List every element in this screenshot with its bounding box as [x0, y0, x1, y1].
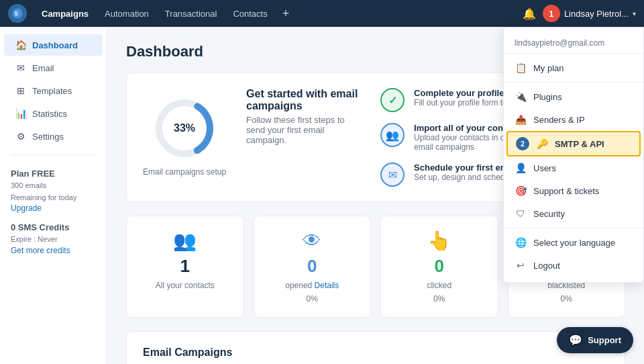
logo[interactable]: S [8, 4, 27, 23]
stat-clicked: 👆 0 clicked 0% [380, 216, 498, 318]
support-tickets-icon: 🎯 [515, 185, 527, 196]
clicked-detail: 0% [433, 294, 445, 304]
upgrade-link[interactable]: Upgrade [11, 203, 42, 213]
get-started-title: Get started with email campaigns [246, 88, 360, 112]
blacklisted-detail: 0% [561, 294, 572, 304]
email-campaigns-title: Email Campaigns [143, 347, 608, 359]
smtp-icon: 🔑 [536, 138, 548, 149]
senders-icon: 📤 [515, 114, 527, 125]
dropdown-security[interactable]: 🛡 Security [504, 202, 643, 225]
dashboard-icon: 🏠 [15, 40, 27, 50]
nav-add[interactable]: + [277, 7, 295, 21]
sidebar-divider [11, 154, 96, 155]
security-icon: 🛡 [515, 208, 527, 219]
donut-caption: Email campaigns setup [143, 167, 226, 177]
contacts-label: All your contacts [156, 281, 215, 290]
step-3-icon-wrap: ✉ [380, 163, 405, 187]
dropdown-divider-1 [504, 53, 643, 54]
nav-campaigns[interactable]: Campaigns [35, 6, 95, 21]
plan-remaining: Remaining for today [11, 192, 96, 204]
plan-icon: 📋 [515, 62, 527, 73]
get-more-credits-link[interactable]: Get more credits [11, 246, 70, 255]
plugins-icon: 🔌 [515, 91, 527, 102]
sms-section: 0 SMS Credits Expire : Never Get more cr… [11, 222, 96, 255]
sms-expire: Expire : Never [11, 234, 96, 246]
email-icon: ✉ [15, 62, 27, 73]
step-3-email-icon: ✉ [388, 169, 397, 181]
nav-links: Campaigns Automation Transactional Conta… [35, 6, 523, 21]
sidebar-item-dashboard[interactable]: 🏠 Dashboard [4, 34, 103, 56]
stat-contacts: 👥 1 All your contacts [126, 216, 244, 318]
support-button[interactable]: 💬 Support [557, 327, 633, 353]
dropdown-senders-ip[interactable]: 📤 Senders & IP [504, 108, 643, 131]
dropdown-plugins[interactable]: 🔌 Plugins [504, 85, 643, 108]
nav-contacts[interactable]: Contacts [226, 6, 274, 21]
badge-2: 2 [516, 137, 529, 150]
top-navigation: S Campaigns Automation Transactional Con… [0, 0, 644, 27]
sidebar-item-templates[interactable]: ⊞ Templates [4, 80, 103, 101]
clicked-value: 0 [435, 256, 444, 277]
dropdown-logout[interactable]: ↩ Logout [504, 254, 643, 277]
statistics-icon: 📊 [15, 108, 27, 119]
contacts-value: 1 [180, 256, 190, 277]
opened-value: 0 [307, 256, 317, 277]
opened-detail: 0% [307, 294, 318, 304]
opened-stat-icon: 👁 [303, 230, 321, 252]
step-2-icon-wrap: 👥 [380, 123, 405, 147]
avatar: 1 [543, 5, 560, 22]
dropdown-email: lindsaypietro@gmail.com [504, 33, 643, 50]
step-1-check-icon: ✓ [388, 94, 397, 107]
sidebar-item-email[interactable]: ✉ Email [4, 57, 103, 79]
get-started-subtitle: Follow these first steps to send your fi… [246, 115, 360, 145]
sidebar-plan: Plan FREE 300 emails Remaining for today… [0, 162, 107, 262]
sidebar-item-dashboard-label: Dashboard [32, 40, 78, 50]
sidebar-item-statistics-label: Statistics [32, 109, 67, 119]
logout-icon: ↩ [515, 260, 527, 271]
dropdown-divider-3 [504, 228, 643, 228]
dropdown-support-tickets[interactable]: 🎯 Support & tickets [504, 179, 643, 202]
language-icon: 🌐 [515, 237, 527, 248]
bell-icon[interactable]: 🔔 [523, 7, 536, 20]
clicked-stat-icon: 👆 [427, 230, 451, 252]
stat-opened: 👁 0 opened Details 0% [254, 216, 372, 318]
templates-icon: ⊞ [15, 85, 27, 96]
plan-title: Plan FREE [11, 169, 96, 179]
dropdown-users[interactable]: 👤 Users [504, 156, 643, 179]
opened-label: opened Details [285, 281, 339, 290]
sidebar-item-email-label: Email [32, 63, 54, 73]
sidebar-item-statistics[interactable]: 📊 Statistics [4, 103, 103, 124]
sms-credits: 0 SMS Credits [11, 222, 96, 232]
nav-right: 🔔 1 Lindsay Pietrol... ▾ [523, 5, 636, 22]
donut-chart: 33% [151, 95, 218, 162]
step-2-contacts-icon: 👥 [386, 129, 399, 142]
chevron-down-icon: ▾ [633, 10, 636, 17]
username-label: Lindsay Pietrol... [564, 9, 629, 19]
contacts-stat-icon: 👥 [173, 230, 197, 252]
email-campaigns-card: Email Campaigns [126, 331, 625, 364]
support-label: Support [588, 335, 621, 345]
dropdown-my-plan[interactable]: 📋 My plan [504, 56, 643, 79]
users-icon: 👤 [515, 163, 527, 173]
opened-details-link[interactable]: Details [315, 281, 339, 290]
user-menu-trigger[interactable]: 1 Lindsay Pietrol... ▾ [543, 5, 636, 22]
dropdown-divider-2 [504, 82, 643, 83]
support-icon: 💬 [569, 334, 582, 347]
donut-container: 33% Email campaigns setup [143, 95, 226, 187]
plan-emails: 300 emails [11, 180, 96, 192]
clicked-label: clicked [427, 281, 451, 290]
step-1-icon-wrap: ✓ [380, 88, 405, 112]
sidebar-item-settings[interactable]: ⚙ Settings [4, 126, 103, 147]
dropdown-language[interactable]: 🌐 Select your language [504, 231, 643, 254]
nav-automation[interactable]: Automation [98, 6, 156, 21]
nav-transactional[interactable]: Transactional [158, 6, 224, 21]
settings-icon: ⚙ [15, 131, 27, 142]
user-dropdown: lindsaypietro@gmail.com 📋 My plan 🔌 Plug… [503, 27, 644, 283]
sidebar-item-settings-label: Settings [32, 132, 64, 142]
svg-text:33%: 33% [174, 122, 195, 134]
svg-text:S: S [15, 11, 19, 17]
sidebar: 🏠 Dashboard ✉ Email ⊞ Templates 📊 Statis… [0, 27, 107, 364]
get-started-info: Get started with email campaigns Follow … [246, 88, 360, 187]
dropdown-smtp-api[interactable]: 2 🔑 SMTP & API [506, 131, 641, 156]
sidebar-item-templates-label: Templates [32, 86, 72, 96]
